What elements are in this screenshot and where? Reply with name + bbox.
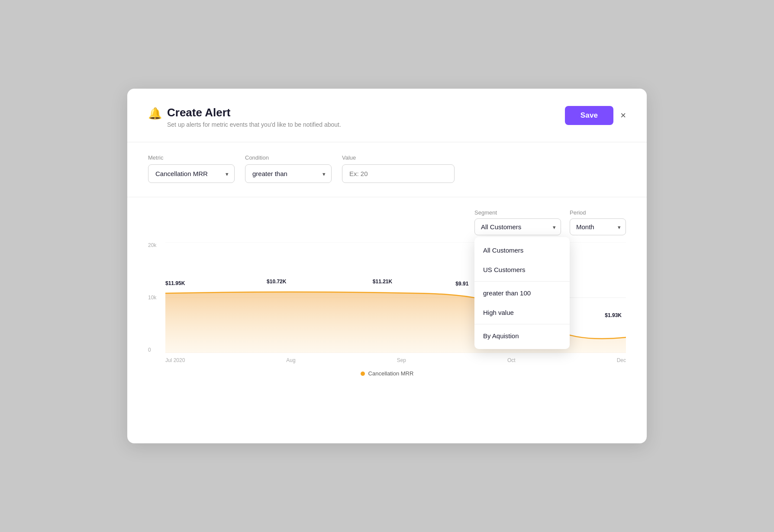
metric-label: Metric — [148, 154, 235, 161]
dropdown-item-greater-than-100[interactable]: greater than 100 — [474, 283, 570, 303]
value-label: Value — [342, 154, 455, 161]
metric-select[interactable]: Cancellation MRR New MRR Expansion MRR C… — [148, 164, 235, 183]
segment-group: Segment All Customers US Customers great… — [474, 209, 561, 235]
dropdown-item-all-customers[interactable]: All Customers — [474, 240, 570, 260]
dropdown-divider — [474, 281, 570, 282]
segment-select[interactable]: All Customers US Customers greater than … — [474, 218, 561, 235]
dropdown-divider-2 — [474, 324, 570, 324]
condition-label: Condition — [245, 154, 332, 161]
x-label-jul: Jul 2020 — [165, 357, 185, 363]
period-select-wrapper[interactable]: Month Quarter Year ▾ — [570, 218, 626, 235]
metric-group: Metric Cancellation MRR New MRR Expansio… — [148, 154, 235, 183]
legend-dot — [361, 372, 365, 376]
data-label-oct: $9.91 — [455, 281, 468, 287]
chart-y-axis: 20k 10k 0 — [148, 242, 156, 363]
metric-select-wrapper[interactable]: Cancellation MRR New MRR Expansion MRR C… — [148, 164, 235, 183]
form-row: Metric Cancellation MRR New MRR Expansio… — [148, 154, 626, 183]
modal-header: 🔔 Create Alert Set up alerts for metric … — [148, 106, 626, 128]
modal-subtitle: Set up alerts for metric events that you… — [167, 121, 341, 128]
section-divider — [127, 197, 647, 197]
x-label-dec: Dec — [617, 357, 626, 363]
condition-group: Condition greater than less than equal t… — [245, 154, 332, 183]
value-input[interactable] — [342, 164, 455, 183]
x-label-oct: Oct — [507, 357, 516, 363]
x-label-aug: Aug — [286, 357, 295, 363]
dropdown-item-us-customers[interactable]: US Customers — [474, 260, 570, 279]
create-alert-modal: 🔔 Create Alert Set up alerts for metric … — [127, 89, 647, 443]
legend-text: Cancellation MRR — [368, 370, 414, 377]
chart-x-axis: Jul 2020 Aug Sep Oct Dec — [165, 357, 626, 363]
close-button[interactable]: × — [620, 111, 626, 120]
condition-select[interactable]: greater than less than equal to not equa… — [245, 164, 332, 183]
modal-title-area: 🔔 Create Alert Set up alerts for metric … — [148, 106, 341, 128]
modal-title-text: Create Alert Set up alerts for metric ev… — [167, 106, 341, 128]
segment-dropdown-menu: All Customers US Customers greater than … — [474, 237, 570, 349]
period-label: Period — [570, 209, 626, 216]
modal-title: Create Alert — [167, 106, 341, 119]
chart-legend: Cancellation MRR — [148, 370, 626, 377]
dropdown-item-by-aquistion[interactable]: By Aquistion — [474, 326, 570, 346]
period-select[interactable]: Month Quarter Year — [570, 218, 626, 235]
x-label-sep: Sep — [397, 357, 406, 363]
data-label-dec: $1.93K — [605, 312, 622, 318]
data-label-sep: $11.21K — [373, 279, 392, 285]
value-group: Value — [342, 154, 455, 183]
chart-section: Segment All Customers US Customers great… — [148, 209, 626, 377]
data-label-aug: $10.72K — [267, 279, 286, 285]
dropdown-item-high-value[interactable]: High value — [474, 303, 570, 322]
y-label-10k: 10k — [148, 295, 156, 301]
condition-select-wrapper[interactable]: greater than less than equal to not equa… — [245, 164, 332, 183]
y-label-20k: 20k — [148, 242, 156, 248]
data-label-jul: $11.95K — [165, 280, 185, 286]
segment-label: Segment — [474, 209, 561, 216]
modal-actions: Save × — [565, 106, 626, 125]
segment-select-wrapper[interactable]: All Customers US Customers greater than … — [474, 218, 561, 235]
header-divider — [127, 142, 647, 142]
bell-icon: 🔔 — [148, 107, 162, 120]
save-button[interactable]: Save — [565, 106, 613, 125]
y-label-0: 0 — [148, 347, 156, 353]
chart-controls: Segment All Customers US Customers great… — [148, 209, 626, 235]
period-group: Period Month Quarter Year ▾ — [570, 209, 626, 235]
